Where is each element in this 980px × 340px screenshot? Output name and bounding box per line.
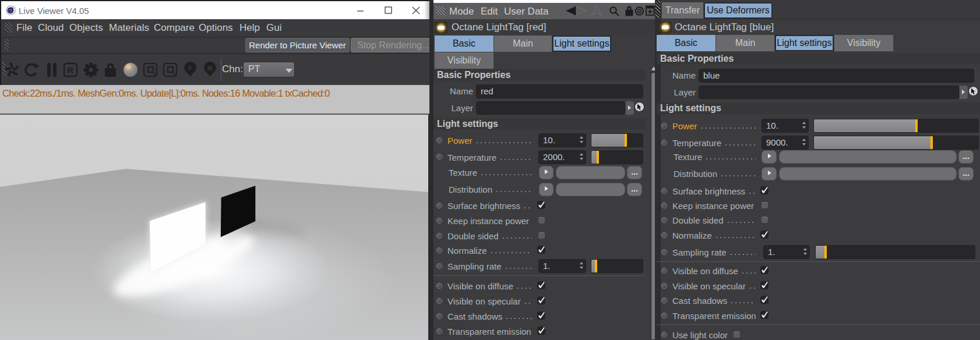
svg-text:M: M <box>207 65 212 72</box>
svg-text:R: R <box>68 65 74 75</box>
svg-text:F: F <box>188 65 192 72</box>
